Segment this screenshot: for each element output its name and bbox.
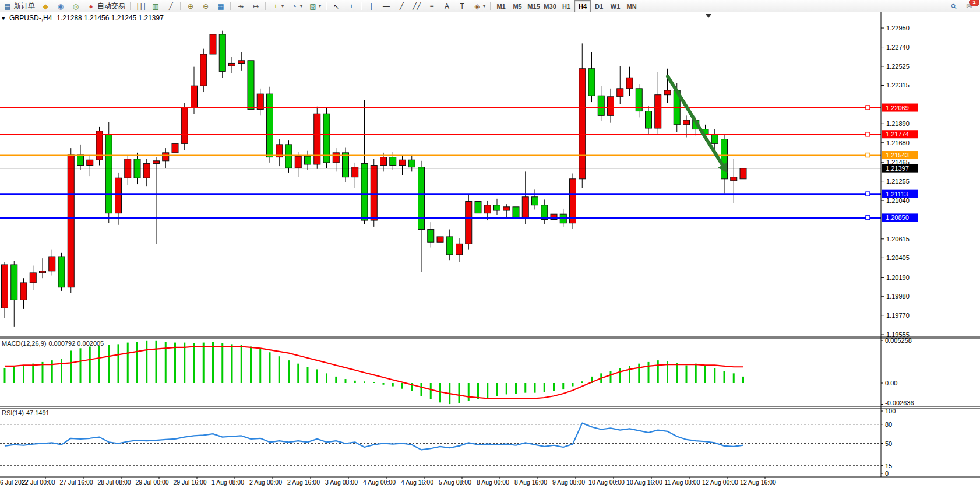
candle — [343, 153, 349, 177]
timeframe-m15[interactable]: M15 — [526, 0, 542, 12]
timeframe-mn[interactable]: MN — [623, 0, 640, 12]
chart-shift-icon: ↦ — [251, 2, 260, 11]
time-tick-label: 10 Aug 16:00 — [626, 479, 662, 486]
timeframe-m30[interactable]: M30 — [542, 0, 558, 12]
vertical-line-button[interactable]: | — [364, 0, 378, 12]
candle — [522, 197, 528, 219]
candle — [740, 168, 746, 179]
candle — [333, 153, 339, 163]
crosshair-button[interactable]: + — [344, 0, 358, 12]
timeframe-m1[interactable]: M1 — [493, 0, 509, 12]
timeframe-h1[interactable]: H1 — [558, 0, 574, 12]
chevron-down-icon: ▾ — [483, 3, 485, 9]
symbol-dropdown-icon[interactable]: ▾ — [2, 15, 5, 22]
gold-button[interactable]: ◆ — [38, 0, 52, 12]
toolbar-separator — [265, 2, 266, 10]
tile-windows-button[interactable]: ▦ — [214, 0, 228, 12]
new-order-button-label: 新订单 — [14, 1, 35, 11]
line-handle[interactable] — [866, 216, 870, 220]
label-icon: T — [457, 2, 467, 11]
crosshair-icon: + — [347, 2, 356, 11]
candlestick-button[interactable]: ▥ — [149, 0, 163, 12]
candle — [163, 153, 169, 161]
market-icon: ◉ — [56, 2, 65, 11]
timeframe-w1[interactable]: W1 — [607, 0, 623, 12]
chevron-down-icon: ▾ — [319, 3, 321, 9]
candle — [181, 107, 188, 143]
price-tick-label: 1.19770 — [886, 312, 910, 319]
vline-icon: | — [366, 2, 376, 11]
candle — [143, 163, 150, 178]
trendline-button[interactable]: ╱ — [394, 0, 408, 12]
line-handle[interactable] — [866, 132, 870, 136]
autotrade-icon: ● — [86, 2, 96, 11]
signals-button[interactable]: ◎ — [69, 0, 83, 12]
chart-canvas: ▾GBPUSD-,H41.21288 1.21456 1.21245 1.213… — [0, 12, 980, 488]
time-tick-label: 2 Aug 16:00 — [287, 479, 320, 486]
price-tick-label: 1.21890 — [886, 120, 910, 127]
label-button[interactable]: T — [455, 0, 469, 12]
toolbar-separator — [361, 2, 362, 10]
candle — [484, 205, 491, 213]
market-button[interactable]: ◉ — [54, 0, 68, 12]
horizontal-line-button[interactable]: — — [379, 0, 393, 12]
toolbar-right: ⚲✉1 — [946, 0, 980, 12]
notification-badge: 1 — [969, 0, 979, 6]
candle — [352, 167, 358, 177]
candle — [617, 89, 623, 97]
candle — [646, 111, 652, 128]
main-toolbar: ▤新订单◆◉◎●自动交易∣∣∣▥╱⊕⊖▦↠↦+▾◔▾▧▾↖+|—╱╱╱≡AT◈▾… — [0, 0, 980, 13]
candle — [475, 202, 481, 213]
candle — [380, 157, 387, 166]
timeframe-d1[interactable]: D1 — [591, 0, 607, 12]
text-button[interactable]: A — [440, 0, 454, 12]
arrows-button[interactable]: ◈▾ — [470, 0, 488, 12]
candle — [58, 257, 65, 287]
time-axis[interactable]: 6 Jul 202227 Jul 00:0027 Jul 16:0028 Jul… — [0, 477, 776, 486]
time-tick-label: 1 Aug 08:00 — [211, 479, 244, 486]
cursor-button[interactable]: ↖ — [329, 0, 343, 12]
indicators-button[interactable]: +▾ — [269, 0, 286, 12]
candle — [551, 214, 557, 219]
candle — [257, 94, 263, 109]
line-handle[interactable] — [866, 106, 870, 110]
candle — [371, 166, 377, 221]
notifications-button[interactable]: ✉1 — [962, 0, 976, 12]
candle — [560, 214, 566, 223]
search-button[interactable]: ⚲ — [947, 0, 961, 12]
zoom-out-button[interactable]: ⊖ — [199, 0, 213, 12]
line-handle[interactable] — [866, 153, 870, 157]
candle — [683, 120, 690, 125]
price-badge-label: 1.21113 — [886, 191, 908, 198]
time-tick-label: 4 Aug 00:00 — [363, 479, 396, 486]
gold-icon: ◆ — [41, 2, 50, 11]
autoscroll-button[interactable]: ↠ — [234, 0, 248, 12]
timeframe-m5[interactable]: M5 — [509, 0, 526, 12]
candle — [361, 163, 368, 220]
line-handle[interactable] — [866, 192, 870, 196]
timeframe-h4[interactable]: H4 — [574, 0, 591, 12]
candle — [608, 97, 614, 116]
fibonacci-button[interactable]: ≡ — [425, 0, 439, 12]
line-chart-button[interactable]: ╱ — [164, 0, 178, 12]
periods-button[interactable]: ◔▾ — [287, 0, 305, 12]
channel-button[interactable]: ╱╱ — [410, 0, 424, 12]
autotrade-button[interactable]: ●自动交易 — [84, 0, 128, 12]
candle — [532, 197, 538, 205]
candle — [711, 135, 718, 143]
candle — [721, 139, 728, 179]
toolbar-separator — [180, 2, 181, 10]
candle — [229, 63, 235, 66]
chart-shift-button[interactable]: ↦ — [249, 0, 263, 12]
zoom-in-icon: ⊕ — [186, 2, 195, 11]
candle — [408, 160, 415, 167]
templates-button[interactable]: ▧▾ — [306, 0, 323, 12]
price-tick-label: 1.22525 — [886, 63, 910, 70]
price-tick-label: 1.19980 — [886, 293, 910, 300]
zoom-in-button[interactable]: ⊕ — [184, 0, 198, 12]
price-tick-label: 1.21040 — [886, 197, 910, 204]
macd-axis-label: 0.005258 — [885, 337, 912, 344]
candle — [11, 265, 17, 300]
new-order-button[interactable]: ▤新订单 — [1, 0, 37, 12]
bar-chart-button[interactable]: ∣∣∣ — [133, 0, 147, 12]
